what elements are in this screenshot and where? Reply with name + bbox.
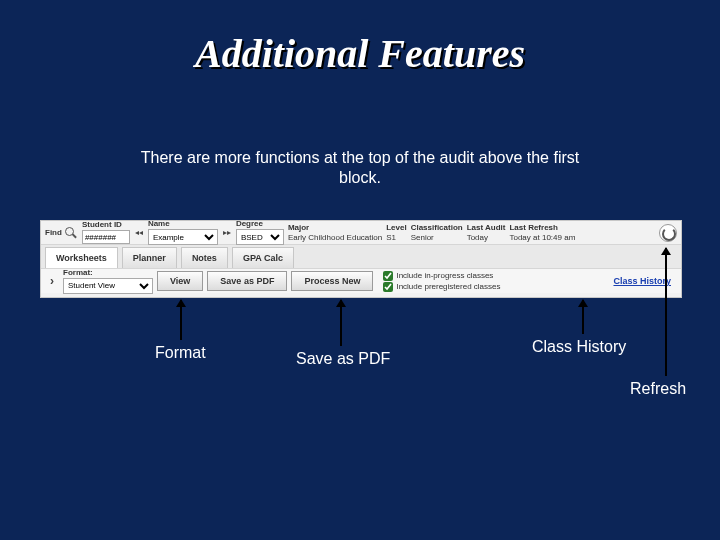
arrow-refresh [665,248,667,376]
arrow-save-pdf [340,300,342,346]
annotation-refresh: Refresh [630,380,686,398]
level-label: Level [386,224,406,232]
classification-value: Senior [411,233,463,242]
annotation-class-history: Class History [532,338,626,356]
include-prereg-checkbox[interactable]: Include preregistered classes [383,282,500,292]
view-button[interactable]: View [157,271,203,291]
degree-label: Degree [236,220,284,228]
classification-label: Classification [411,224,463,232]
include-inprogress-label: Include in-progress classes [396,271,493,280]
last-audit-value: Today [467,233,506,242]
arrow-format [180,300,182,340]
format-label: Format: [63,269,153,277]
find-label: Find [45,228,62,237]
major-value: Early Childhood Education [288,233,382,242]
tab-gpa-calc[interactable]: GPA Calc [232,247,294,268]
tab-worksheets[interactable]: Worksheets [45,247,118,268]
save-pdf-button[interactable]: Save as PDF [207,271,287,291]
action-row: › Format: Student View View Save as PDF … [41,269,681,293]
last-refresh-label: Last Refresh [509,224,575,232]
name-select[interactable]: Example [148,229,218,245]
last-refresh-value: Today at 10:49 am [509,233,575,242]
include-prereg-box[interactable] [383,282,393,292]
level-value: S1 [386,233,406,242]
include-prereg-label: Include preregistered classes [396,282,500,291]
audit-info-row: Find Student ID ◂◂ Name Example ▸▸ Degre… [41,221,681,245]
process-new-button[interactable]: Process New [291,271,373,291]
next-student-icon[interactable]: ▸▸ [222,227,232,239]
major-label: Major [288,224,382,232]
degree-select[interactable]: BSED [236,229,284,245]
audit-panel: Find Student ID ◂◂ Name Example ▸▸ Degre… [40,220,682,298]
prev-student-icon[interactable]: ◂◂ [134,227,144,239]
tab-notes[interactable]: Notes [181,247,228,268]
student-id-input[interactable] [82,230,130,244]
name-label: Name [148,220,218,228]
last-audit-label: Last Audit [467,224,506,232]
include-inprogress-checkbox[interactable]: Include in-progress classes [383,271,500,281]
tabs-row: Worksheets Planner Notes GPA Calc [41,245,681,269]
magnifier-icon[interactable] [64,226,78,240]
annotation-format: Format [155,344,206,362]
refresh-icon[interactable] [659,224,677,242]
class-history-link[interactable]: Class History [613,276,671,286]
include-inprogress-box[interactable] [383,271,393,281]
arrow-class-history [582,300,584,334]
slide-title: Additional Features [0,30,720,77]
annotation-save-pdf: Save as PDF [296,350,390,368]
tab-planner[interactable]: Planner [122,247,177,268]
format-select[interactable]: Student View [63,278,153,294]
expand-caret-icon[interactable]: › [45,274,59,288]
slide-subtitle: There are more functions at the top of t… [120,148,600,188]
student-id-label: Student ID [82,221,130,229]
